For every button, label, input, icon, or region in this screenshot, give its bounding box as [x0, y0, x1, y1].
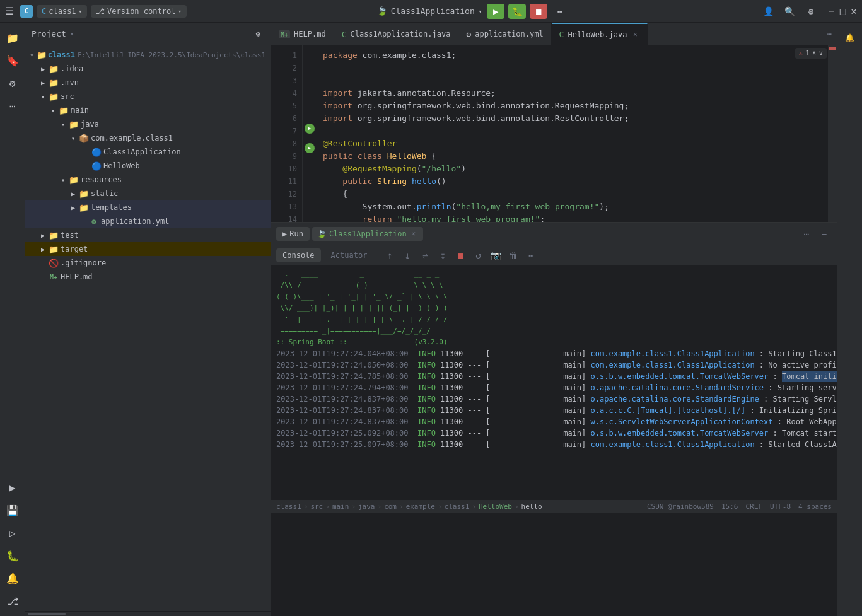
project-selector[interactable]: C class1 ▾	[37, 5, 87, 18]
settings-button[interactable]: ⚙	[802, 4, 820, 19]
bc-class1[interactable]: class1	[276, 503, 301, 511]
tree-item-mvn[interactable]: ▶ 📁 .mvn	[25, 76, 271, 90]
tree-arrow-test[interactable]: ▶	[38, 232, 48, 239]
tree-arrow-mvn[interactable]: ▶	[38, 79, 48, 86]
tree-item-src[interactable]: ▾ 📁 src	[25, 90, 271, 103]
tab-more-button[interactable]: ⋯	[822, 30, 837, 38]
close-button[interactable]: ✕	[851, 5, 857, 17]
terminal-icon[interactable]: ▶	[3, 477, 23, 497]
maximize-button[interactable]: □	[840, 5, 846, 17]
bc-class1pkg[interactable]: class1	[445, 503, 470, 511]
tree-item-templates[interactable]: ▶ 📁 templates	[25, 200, 271, 214]
filter-icon[interactable]: ⋯	[523, 248, 539, 263]
tree-arrow-main[interactable]: ▾	[48, 107, 58, 114]
run-tab-close[interactable]: ✕	[409, 230, 418, 238]
status-crlf[interactable]: CRLF	[745, 503, 762, 511]
git-icon[interactable]: ⎇	[3, 591, 23, 611]
bc-src[interactable]: src	[310, 503, 323, 511]
stop-console-icon[interactable]: ■	[453, 248, 468, 263]
tree-arrow-static[interactable]: ▶	[68, 190, 78, 197]
status-position[interactable]: 15:6	[721, 503, 738, 511]
app-run-tab[interactable]: 🍃 Class1Application ✕	[312, 227, 423, 241]
tree-item-helpmd[interactable]: M+ HELP.md	[25, 270, 271, 284]
rerun-icon[interactable]: ↺	[470, 248, 486, 263]
project-scrollbar[interactable]	[25, 611, 271, 616]
bc-example[interactable]: example	[406, 503, 435, 511]
tree-item-target[interactable]: ▶ 📁 target	[25, 242, 271, 256]
tree-arrow-templates[interactable]: ▶	[68, 204, 78, 211]
tab-yaml[interactable]: ⚙ application.yml	[458, 23, 551, 45]
tree-arrow-idea[interactable]: ▶	[38, 66, 48, 73]
tree-arrow-resources[interactable]: ▾	[58, 177, 68, 183]
bc-hello-method[interactable]: hello	[521, 503, 542, 511]
notifications-icon[interactable]: 🔔	[3, 568, 23, 588]
tree-arrow-target[interactable]: ▶	[38, 246, 48, 253]
more-run-actions[interactable]: ⋯	[551, 4, 569, 19]
tree-arrow-root[interactable]: ▾	[28, 52, 37, 59]
tree-item-test[interactable]: ▶ 📁 test	[25, 228, 271, 242]
bookmarks-icon[interactable]: 🔖	[3, 50, 23, 71]
profile-button[interactable]: 👤	[759, 4, 777, 19]
tree-item-gitignore[interactable]: 🚫 .gitignore	[25, 256, 271, 270]
search-everywhere-button[interactable]: 🔍	[781, 4, 798, 19]
tree-item-yaml[interactable]: ⚙ application.yml	[25, 214, 271, 228]
run-class-gutter[interactable]: ▶	[305, 124, 315, 134]
project-view-icon[interactable]: 📁	[3, 28, 23, 48]
plugins-icon[interactable]: ⋯	[3, 96, 23, 116]
tab-class1app[interactable]: C Class1Application.java	[334, 23, 459, 45]
scroll-up-icon[interactable]: ↑	[382, 248, 397, 263]
tree-item-package[interactable]: ▾ 📦 com.example.class1	[25, 131, 271, 145]
tree-item-main[interactable]: ▾ 📁 main	[25, 103, 271, 117]
tree-item-java[interactable]: ▾ 📁 java	[25, 117, 271, 131]
soft-wrap-icon[interactable]: ↧	[435, 248, 450, 263]
tab-helpmd[interactable]: M+ HELP.md	[271, 23, 334, 45]
minimize-button[interactable]: −	[829, 5, 835, 17]
tree-item-helloweb[interactable]: 🔵 HelloWeb	[25, 159, 271, 173]
run-icon-side[interactable]: ▷	[3, 523, 23, 543]
bc-main[interactable]: main	[332, 503, 349, 511]
bottom-minimize-btn[interactable]: −	[817, 226, 832, 241]
debug-icon-side[interactable]: 🐛	[3, 545, 23, 566]
status-indent[interactable]: 4 spaces	[798, 503, 832, 511]
hamburger-icon[interactable]: ☰	[5, 5, 14, 17]
wrap-lines-icon[interactable]: ⇌	[417, 248, 433, 263]
run-main-tab[interactable]: ▶ Run	[276, 227, 310, 241]
code-content[interactable]: package com.example.class1; import jakar…	[315, 45, 828, 222]
warning-up[interactable]: ∧	[812, 49, 817, 57]
gutter-9-run[interactable]: ▶	[303, 124, 315, 134]
helloweb-tab-close[interactable]: ✕	[631, 30, 639, 39]
scroll-down-icon[interactable]: ↓	[400, 248, 415, 263]
tree-arrow-package[interactable]: ▾	[68, 135, 78, 142]
warning-down[interactable]: ∨	[818, 49, 823, 57]
notifications-right-icon[interactable]: 🔔	[840, 28, 860, 48]
project-gear-icon[interactable]: ⚙	[252, 28, 264, 40]
bc-com[interactable]: com	[384, 503, 397, 511]
tree-item-resources[interactable]: ▾ 📁 resources	[25, 173, 271, 187]
vcs-branch-selector[interactable]: ⎇ Version control ▾	[91, 5, 187, 18]
tree-arrow-src[interactable]: ▾	[38, 93, 48, 100]
tree-item-class1app[interactable]: 🔵 Class1Application	[25, 145, 271, 159]
tree-item-static[interactable]: ▶ 📁 static	[25, 187, 271, 200]
console-output[interactable]: . ____ _ __ _ _ /\\ / ___'_ __ _ _(_)_ _…	[271, 266, 837, 499]
debug-button[interactable]: 🐛	[508, 4, 526, 19]
bc-helloweb[interactable]: HelloWeb	[479, 503, 512, 511]
screenshot-icon[interactable]: 📷	[488, 248, 503, 263]
status-charset[interactable]: UTF-8	[770, 503, 791, 511]
bc-java[interactable]: java	[358, 503, 375, 511]
tree-item-root[interactable]: ▾ 📁 class1 F:\IntelliJ IDEA 2023.2.5\Ide…	[25, 48, 271, 62]
run-button[interactable]: ▶	[487, 4, 504, 19]
gutter-11-run[interactable]: ▶	[303, 143, 315, 153]
tab-helloweb[interactable]: C HelloWeb.java ✕	[552, 23, 648, 45]
tree-item-idea[interactable]: ▶ 📁 .idea	[25, 62, 271, 76]
clear-icon[interactable]: 🗑	[506, 248, 521, 263]
console-tab[interactable]: Console	[276, 248, 321, 262]
database-icon[interactable]: 💾	[3, 500, 23, 520]
structure-icon[interactable]: ⚙	[3, 73, 23, 93]
project-caret[interactable]: ▾	[70, 30, 74, 38]
tree-arrow-java[interactable]: ▾	[58, 121, 68, 128]
bottom-more-btn[interactable]: ⋯	[799, 226, 814, 241]
run-method-gutter[interactable]: ▶	[305, 143, 315, 153]
stop-button[interactable]: ■	[530, 4, 547, 19]
run-config-dropdown[interactable]: ▾	[479, 8, 482, 15]
actuator-tab[interactable]: Actuator	[325, 248, 374, 262]
